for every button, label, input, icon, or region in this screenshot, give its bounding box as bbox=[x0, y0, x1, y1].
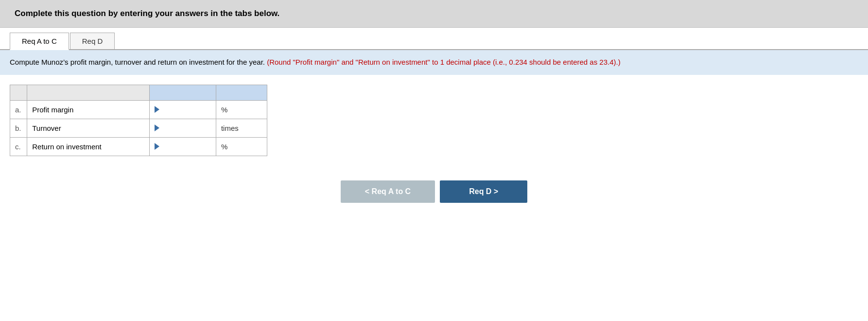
input-wrapper-a bbox=[155, 104, 211, 116]
instruction-box: Compute Munoz’s profit margin, turnover … bbox=[0, 50, 868, 75]
tab-req-d[interactable]: Req D bbox=[70, 33, 115, 49]
input-wrapper-b bbox=[155, 122, 211, 134]
triangle-icon-c bbox=[155, 143, 159, 150]
unit-cell-c: % bbox=[216, 137, 267, 156]
instruction-red: (Round "Profit margin" and "Return on in… bbox=[267, 58, 621, 66]
triangle-icon-a bbox=[155, 106, 159, 113]
row-label-profit-margin: Profit margin bbox=[27, 100, 150, 119]
row-letter-c: c. bbox=[10, 137, 27, 156]
bottom-buttons: < Req A to C Req D > bbox=[0, 166, 868, 217]
col-header-letter bbox=[10, 85, 27, 100]
table-section: a. Profit margin % b. bbox=[0, 75, 868, 166]
top-banner: Complete this question by entering your … bbox=[0, 0, 868, 28]
tabs-row: Req A to C Req D bbox=[0, 28, 868, 50]
col-header-metric bbox=[27, 85, 150, 100]
col-header-unit bbox=[216, 85, 267, 100]
prev-chevron-icon: < bbox=[365, 187, 372, 196]
input-wrapper-c bbox=[155, 141, 211, 153]
row-input-cell-c bbox=[150, 137, 216, 156]
data-table: a. Profit margin % b. bbox=[10, 85, 267, 156]
tab-req-a-to-c[interactable]: Req A to C bbox=[10, 33, 69, 50]
prev-button-label: Req A to C bbox=[372, 187, 411, 196]
instruction-main: Compute Munoz’s profit margin, turnover … bbox=[10, 58, 265, 66]
row-input-cell-b bbox=[150, 119, 216, 137]
turnover-input[interactable] bbox=[161, 122, 211, 134]
row-input-cell-a bbox=[150, 100, 216, 119]
table-row: b. Turnover times bbox=[10, 119, 267, 137]
col-header-value bbox=[150, 85, 216, 100]
profit-margin-input[interactable] bbox=[161, 104, 211, 116]
unit-cell-b: times bbox=[216, 119, 267, 137]
row-label-roi: Return on investment bbox=[27, 137, 150, 156]
row-label-turnover: Turnover bbox=[27, 119, 150, 137]
row-letter-b: b. bbox=[10, 119, 27, 137]
row-letter-a: a. bbox=[10, 100, 27, 119]
roi-input[interactable] bbox=[161, 141, 211, 153]
next-button-label: Req D bbox=[469, 187, 491, 196]
next-button[interactable]: Req D > bbox=[440, 180, 527, 203]
header-instruction: Complete this question by entering your … bbox=[15, 9, 279, 18]
triangle-icon-b bbox=[155, 125, 159, 131]
table-row: a. Profit margin % bbox=[10, 100, 267, 119]
next-chevron-icon: > bbox=[494, 187, 498, 196]
unit-cell-a: % bbox=[216, 100, 267, 119]
prev-button[interactable]: < Req A to C bbox=[341, 180, 435, 203]
table-row: c. Return on investment % bbox=[10, 137, 267, 156]
